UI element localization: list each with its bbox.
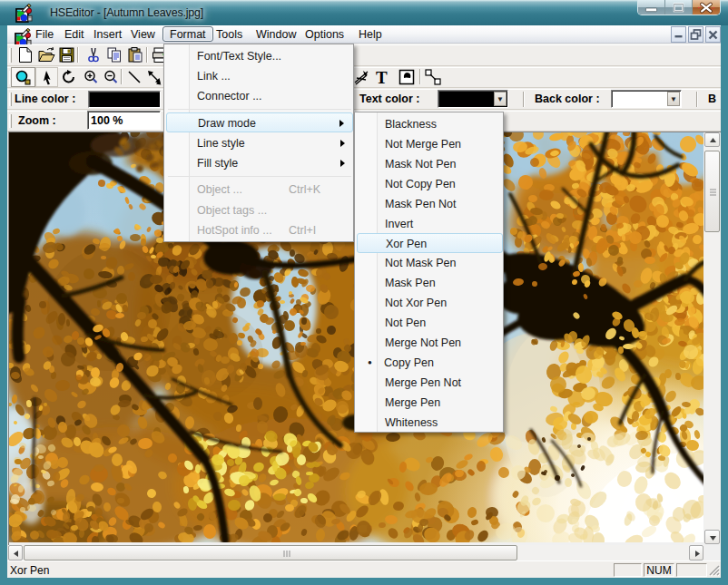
svg-text:T: T bbox=[376, 68, 388, 87]
